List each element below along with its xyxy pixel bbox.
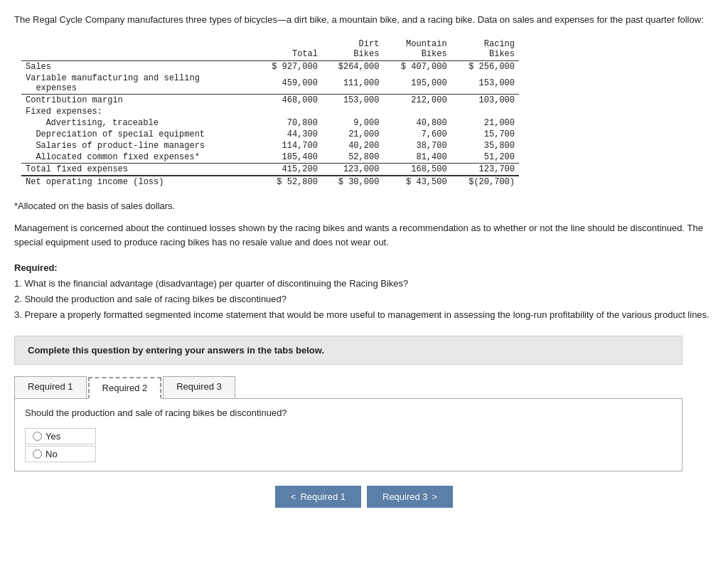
next-label: Required 3 (382, 491, 428, 502)
row-dirt: 111,000 (322, 73, 383, 95)
col-header-label (21, 38, 255, 61)
row-mountain: 40,800 (383, 117, 451, 129)
col-header-racing: RacingBikes (451, 38, 519, 61)
row-mountain: $ 407,000 (383, 60, 451, 73)
row-dirt: 52,800 (322, 151, 383, 164)
row-total: $ 52,800 (255, 176, 322, 188)
row-total: $ 927,000 (255, 60, 322, 73)
row-total: 185,400 (255, 151, 322, 164)
row-total: 114,700 (255, 140, 322, 151)
tab-content-area: Should the production and sale of racing… (14, 399, 682, 471)
table-row-net: Net operating income (loss) $ 52,800 $ 3… (21, 176, 519, 188)
table-row: Sales $ 927,000 $264,000 $ 407,000 $ 256… (21, 60, 519, 73)
tab-required-2[interactable]: Required 2 (88, 377, 162, 399)
row-racing: $ 256,000 (451, 60, 519, 73)
row-racing: 51,200 (451, 151, 519, 164)
row-racing: 123,700 (451, 163, 519, 176)
row-label: Fixed expenses: (21, 106, 255, 117)
row-label: Net operating income (loss) (21, 176, 255, 188)
row-mountain: 81,400 (383, 151, 451, 164)
prev-button[interactable]: < Required 1 (275, 486, 361, 508)
required-item-2: 2. Should the production and sale of rac… (14, 292, 711, 307)
row-mountain: 38,700 (383, 140, 451, 151)
row-label: Depreciation of special equipment (21, 129, 255, 140)
row-racing: 21,000 (451, 117, 519, 129)
radio-yes-label[interactable]: Yes (25, 428, 96, 444)
row-racing: $(20,700) (451, 176, 519, 188)
table-row: Fixed expenses: (21, 106, 519, 117)
row-racing: 153,000 (451, 73, 519, 95)
row-total: 44,300 (255, 129, 322, 140)
row-total: 468,000 (255, 94, 322, 106)
col-header-mountain: MountainBikes (383, 38, 451, 61)
col-header-total: Total (255, 38, 322, 61)
row-dirt: 153,000 (322, 94, 383, 106)
row-label: Salaries of product-line managers (21, 140, 255, 151)
required-item-3: 3. Prepare a properly formatted segmente… (14, 307, 711, 323)
complete-instruction-text: Complete this question by entering your … (28, 345, 324, 356)
table-row: Variable manufacturing and selling expen… (21, 73, 519, 95)
row-mountain: 212,000 (383, 94, 451, 106)
row-mountain: 7,600 (383, 129, 451, 140)
row-dirt: 123,000 (322, 163, 383, 176)
col-header-dirt: DirtBikes (322, 38, 383, 61)
row-mountain: 195,000 (383, 73, 451, 95)
row-dirt: $264,000 (322, 60, 383, 73)
tabs-container: Required 1 Required 2 Required 3 Should … (14, 376, 682, 471)
radio-no-text: No (46, 449, 58, 459)
row-label: Total fixed expenses (21, 163, 255, 176)
row-label: Variable manufacturing and selling expen… (21, 73, 255, 95)
row-mountain: $ 43,500 (383, 176, 451, 188)
table-row: Salaries of product-line managers 114,70… (21, 140, 519, 151)
table-row: Allocated common fixed expenses* 185,400… (21, 151, 519, 164)
financial-table: Total DirtBikes MountainBikes RacingBike… (21, 38, 519, 188)
tab-question: Should the production and sale of racing… (25, 407, 672, 418)
required-item-1: 1. What is the financial advantage (disa… (14, 276, 711, 292)
row-total: 70,800 (255, 117, 322, 129)
table-row: Depreciation of special equipment 44,300… (21, 129, 519, 140)
row-mountain: 168,500 (383, 163, 451, 176)
row-total: 415,200 (255, 163, 322, 176)
row-label: Contribution margin (21, 94, 255, 106)
intro-text: The Regal Cycle Company manufactures thr… (14, 13, 711, 27)
financial-table-wrapper: Total DirtBikes MountainBikes RacingBike… (14, 38, 714, 188)
tab-required-3[interactable]: Required 3 (163, 376, 235, 398)
row-racing: 35,800 (451, 140, 519, 151)
row-dirt: 21,000 (322, 129, 383, 140)
footnote: *Allocated on the basis of sales dollars… (14, 201, 714, 211)
row-label: Sales (21, 60, 255, 73)
table-row: Total fixed expenses 415,200 123,000 168… (21, 163, 519, 176)
radio-no-label[interactable]: No (25, 446, 96, 462)
tab-required-1[interactable]: Required 1 (14, 376, 87, 398)
next-button[interactable]: Required 3 > (367, 486, 453, 508)
row-label: Advertising, traceable (21, 117, 255, 129)
radio-yes[interactable] (33, 432, 42, 441)
row-label: Allocated common fixed expenses* (21, 151, 255, 164)
management-text: Management is concerned about the contin… (14, 221, 711, 251)
row-racing: 15,700 (451, 129, 519, 140)
required-section: Required: 1. What is the financial advan… (14, 260, 711, 323)
row-total: 459,000 (255, 73, 322, 95)
prev-icon: < (291, 491, 296, 502)
nav-buttons: < Required 1 Required 3 > (14, 486, 714, 508)
radio-no[interactable] (33, 449, 42, 459)
table-row: Advertising, traceable 70,800 9,000 40,8… (21, 117, 519, 129)
complete-instruction-box: Complete this question by entering your … (14, 336, 682, 365)
radio-group-yes-no: Yes No (25, 428, 672, 462)
tabs-row: Required 1 Required 2 Required 3 (14, 376, 682, 399)
prev-label: Required 1 (300, 491, 346, 502)
required-heading: Required: (14, 262, 58, 273)
row-dirt: 40,200 (322, 140, 383, 151)
table-row: Contribution margin 468,000 153,000 212,… (21, 94, 519, 106)
next-icon: > (432, 491, 438, 502)
radio-yes-text: Yes (46, 431, 60, 442)
row-dirt: 9,000 (322, 117, 383, 129)
row-dirt: $ 30,000 (322, 176, 383, 188)
row-racing: 103,000 (451, 94, 519, 106)
